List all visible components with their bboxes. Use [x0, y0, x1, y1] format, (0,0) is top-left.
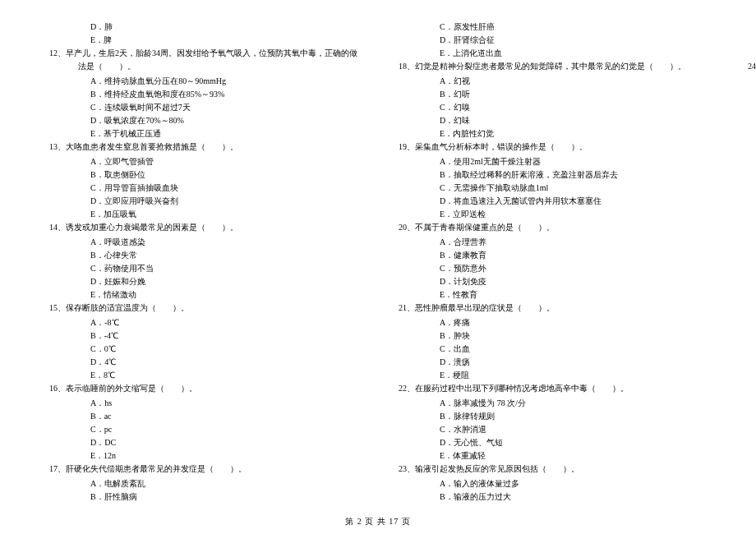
- option: C．出血: [399, 343, 707, 356]
- option: A．维持动脉血氧分压在80～90mmHg: [49, 75, 357, 88]
- option: D．肝肾综合征: [399, 34, 707, 47]
- option: D．DC: [49, 436, 357, 449]
- option: E．体重减轻: [399, 449, 707, 463]
- option: C．预防意外: [399, 262, 707, 275]
- option: B．肝性脑病: [49, 490, 357, 504]
- option: B．ac: [49, 410, 357, 423]
- option: E．梗阻: [399, 369, 707, 382]
- option: C．pc: [49, 423, 357, 436]
- question-text: 21、恶性肿瘤最早出现的症状是（ ）。: [399, 302, 707, 315]
- question-15: 15、保存断肢的适宜温度为（ ）。: [49, 302, 357, 315]
- page-footer: 第 2 页 共 17 页: [0, 516, 756, 527]
- option: A．收缩压偏低: [748, 75, 756, 88]
- question-19: 19、采集血气分析标本时，错误的操作是（ ）。: [399, 140, 707, 154]
- option: B．取患侧卧位: [49, 168, 357, 182]
- option: D．妊娠和分娩: [49, 275, 357, 288]
- option: E．基于机械正压通: [49, 127, 357, 140]
- option: E．加压吸氧: [49, 208, 357, 221]
- question-text: 17、肝硬化失代偿期患者最常见的并发症是（ ）。: [49, 463, 357, 476]
- option: B．抽取经过稀释的肝素溶液，充盈注射器后弃去: [399, 168, 707, 182]
- option: B．无影响: [748, 88, 756, 101]
- option: B．健康教育: [399, 249, 707, 262]
- question-17: 17、肝硬化失代偿期患者最常见的并发症是（ ）。: [49, 463, 357, 476]
- option: E．上消化道出血: [399, 47, 707, 60]
- question-text: 18、幻觉是精神分裂症患者最常见的知觉障碍，其中最常见的幻觉是（ ）。: [399, 60, 707, 73]
- option: D．溃疡: [399, 356, 707, 369]
- option: B．脉律转规则: [399, 410, 707, 423]
- option: B．输液的压力过大: [399, 490, 707, 504]
- option: A．幻视: [399, 75, 707, 88]
- option: D．计划免疫: [399, 275, 707, 288]
- option: B．维持经皮血氧饱和度在85%～93%: [49, 88, 357, 101]
- option: C．用导管盲插抽吸血块: [49, 182, 357, 195]
- question-22: 22、在服药过程中出现下列哪种情况考虑地高辛中毒（ ）。: [399, 382, 707, 395]
- question-14: 14、诱发或加重心力衰竭最常见的因素是（ ）。: [49, 221, 357, 234]
- option: B．-4℃: [49, 329, 357, 343]
- option: A．立即气管插管: [49, 155, 357, 168]
- question-21: 21、恶性肿瘤最早出现的症状是（ ）。: [399, 302, 707, 315]
- question-text: 15、保存断肢的适宜温度为（ ）。: [49, 302, 357, 315]
- question-16: 16、表示临睡前的外文缩写是（ ）。: [49, 382, 357, 395]
- option: A．电解质紊乱: [49, 477, 357, 490]
- option: C．原发性肝癌: [399, 21, 707, 34]
- page-content: D．肺 E．脾 12、早产儿，生后2天，胎龄34周。因发绀给予氧气吸入，位预防其…: [49, 21, 707, 505]
- option: C．输液的时间过久: [748, 21, 756, 34]
- option: D．输入致过敏的物质: [748, 34, 756, 47]
- question-23: 23、输液引起发热反应的常见原因包括（ ）。: [399, 463, 707, 476]
- question-text: 22、在服药过程中出现下列哪种情况考虑地高辛中毒（ ）。: [399, 382, 707, 395]
- option: A．输入的液体量过多: [399, 477, 707, 490]
- question-text: 24、测血压时袖带缠的过紧可使（ ）。: [748, 60, 756, 73]
- option: C．药物使用不当: [49, 262, 357, 275]
- option: D．立即应用呼吸兴奋剂: [49, 195, 357, 208]
- option: E．内脏性幻觉: [399, 127, 707, 140]
- question-text: 14、诱发或加重心力衰竭最常见的因素是（ ）。: [49, 221, 357, 234]
- option: C．无需操作下抽取动脉血1ml: [399, 182, 707, 195]
- option: E．性教育: [399, 288, 707, 302]
- option: E．脾: [49, 34, 357, 47]
- option: A．疼痛: [399, 316, 707, 329]
- question-24: 24、测血压时袖带缠的过紧可使（ ）。: [748, 60, 756, 73]
- option: C．幻嗅: [399, 101, 707, 114]
- question-12: 12、早产儿，生后2天，胎龄34周。因发绀给予氧气吸入，位预防其氧中毒，正确的做…: [49, 47, 357, 73]
- option: E．情绪激动: [49, 288, 357, 302]
- option: A．呼吸道感染: [49, 236, 357, 249]
- option: B．幻听: [399, 88, 707, 101]
- option: E．立即送检: [399, 208, 707, 221]
- option: A．合理营养: [399, 236, 707, 249]
- option: C．0℃: [49, 343, 357, 356]
- option: E．8℃: [49, 369, 357, 382]
- question-18: 18、幻觉是精神分裂症患者最常见的知觉障碍，其中最常见的幻觉是（ ）。: [399, 60, 707, 73]
- option: A．脉率减慢为 78 次/分: [399, 397, 707, 410]
- option: B．肿块: [399, 329, 707, 343]
- option: A．-8℃: [49, 316, 357, 329]
- question-text: 19、采集血气分析标本时，错误的操作是（ ）。: [399, 140, 707, 154]
- option: C．连续吸氧时间不超过7天: [49, 101, 357, 114]
- option: D．无心慌、气短: [399, 436, 707, 449]
- option: C．水肿消退: [399, 423, 707, 436]
- question-text: 23、输液引起发热反应的常见原因包括（ ）。: [399, 463, 707, 476]
- option: D．4℃: [49, 356, 357, 369]
- question-20: 20、不属于青春期保健重点的是（ ）。: [399, 221, 707, 234]
- option: D．肺: [49, 21, 357, 34]
- option: E．输入致热的物质: [748, 47, 756, 60]
- option: E．12n: [49, 449, 357, 463]
- option: D．幻味: [399, 114, 707, 127]
- option: A．hs: [49, 397, 357, 410]
- question-text: 12、早产儿，生后2天，胎龄34周。因发绀给予氧气吸入，位预防其氧中毒，正确的做…: [49, 47, 357, 73]
- question-text: 16、表示临睡前的外文缩写是（ ）。: [49, 382, 357, 395]
- option: D．吸氧浓度在70%～80%: [49, 114, 357, 127]
- option: B．心律失常: [49, 249, 357, 262]
- option: A．使用2ml无菌干燥注射器: [399, 155, 707, 168]
- option: D．将血迅速注入无菌试管内并用软木塞塞住: [399, 195, 707, 208]
- question-13: 13、大咯血患者发生窒息首要抢救措施是（ ）。: [49, 140, 357, 154]
- question-text: 13、大咯血患者发生窒息首要抢救措施是（ ）。: [49, 140, 357, 154]
- question-text: 20、不属于青春期保健重点的是（ ）。: [399, 221, 707, 234]
